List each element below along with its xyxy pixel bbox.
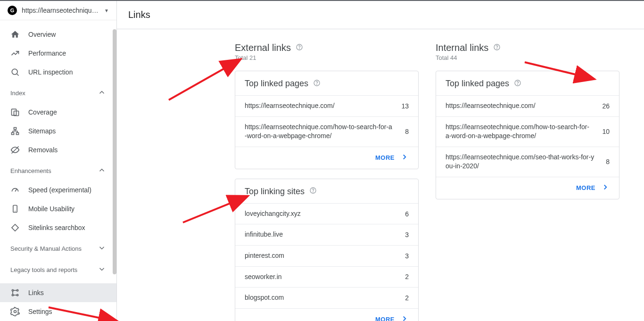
scrollbar-thumb[interactable] — [113, 29, 116, 274]
svg-point-29 — [313, 192, 314, 192]
sidebar-item-label: Settings — [28, 308, 52, 315]
chevron-right-icon — [400, 314, 409, 321]
sidebar-item-label: URL inspection — [28, 68, 73, 76]
section-label: Legacy tools and reports — [10, 266, 77, 273]
url-cell: https://learnseotechnique.com/how-to-sea… — [446, 123, 591, 141]
count-cell: 8 — [606, 158, 610, 165]
main-area: Links External links Total 21 Top linked… — [117, 1, 644, 321]
gear-icon — [10, 307, 20, 316]
sidebar-item-label: Mobile Usability — [28, 205, 74, 213]
sidebar-item-coverage[interactable]: Coverage — [0, 103, 116, 122]
count-cell: 6 — [405, 210, 409, 218]
svg-point-16 — [12, 289, 13, 291]
table-row[interactable]: https://learnseotechnique.com/ 26 — [436, 95, 619, 116]
sidebar-item-performance[interactable]: Performance — [0, 44, 116, 63]
table-row[interactable]: blogspot.com 2 — [235, 287, 418, 308]
svg-rect-5 — [12, 132, 14, 134]
coverage-icon — [10, 107, 20, 117]
sidebar-item-mobile[interactable]: Mobile Usability — [0, 199, 116, 218]
trend-icon — [10, 49, 20, 58]
svg-rect-4 — [14, 128, 17, 130]
table-row[interactable]: pinterest.com 3 — [235, 245, 418, 266]
internal-links-title: Internal links — [436, 42, 488, 53]
count-cell: 2 — [405, 273, 409, 280]
sidebar-item-settings[interactable]: Settings — [0, 302, 116, 321]
sidebar-item-sitemaps[interactable]: Sitemaps — [0, 122, 116, 140]
table-row[interactable]: https://learnseotechnique.com/seo-that-w… — [436, 147, 619, 177]
table-row[interactable]: https://learnseotechnique.com/ 13 — [235, 95, 418, 116]
site-cell: seoworker.in — [245, 272, 394, 282]
sidebar-item-label: Coverage — [28, 108, 57, 116]
links-icon — [10, 288, 20, 297]
sidebar-item-speed[interactable]: Speed (experimental) — [0, 181, 116, 199]
svg-point-31 — [497, 49, 497, 49]
table-row[interactable]: https://learnseotechnique.com/how-to-sea… — [235, 116, 418, 147]
eye-off-icon — [10, 145, 20, 155]
card-title: Top linked pages — [446, 79, 509, 89]
chevron-right-icon — [400, 153, 409, 163]
sidebar-item-url-inspection[interactable]: URL inspection — [0, 63, 116, 82]
site-cell: blogspot.com — [245, 293, 394, 303]
internal-total: Total 44 — [436, 54, 619, 61]
chevron-up-icon — [98, 88, 106, 98]
sidebar-section-enhancements[interactable]: Enhancements — [0, 159, 116, 181]
table-row[interactable]: https://learnseotechnique.com/how-to-sea… — [436, 116, 619, 147]
more-label: MORE — [375, 154, 395, 161]
url-cell: https://learnseotechnique.com/seo-that-w… — [446, 153, 594, 171]
help-icon[interactable] — [514, 79, 521, 89]
caret-down-icon: ▼ — [104, 8, 109, 13]
svg-point-27 — [317, 84, 317, 85]
help-icon[interactable] — [313, 79, 321, 89]
external-top-pages-card: Top linked pages https://learnseotechniq… — [235, 71, 419, 169]
url-cell: https://learnseotechnique.com/ — [446, 101, 591, 111]
svg-line-35 — [169, 60, 239, 100]
svg-point-33 — [518, 84, 518, 85]
property-selector[interactable]: G https://learnseotechnique.co... ▼ — [0, 1, 116, 20]
card-title: Top linked pages — [245, 79, 308, 89]
section-label: Security & Manual Actions — [10, 245, 82, 252]
gauge-icon — [10, 185, 20, 195]
sidebar-item-overview[interactable]: Overview — [0, 25, 116, 44]
help-icon[interactable] — [296, 43, 303, 53]
more-label: MORE — [375, 316, 395, 321]
diamond-icon — [10, 223, 20, 232]
sidebar-item-removals[interactable]: Removals — [0, 140, 116, 159]
external-links-title: External links — [235, 42, 291, 53]
sidebar-item-label: Sitemaps — [28, 127, 56, 135]
sidebar-item-label: Speed (experimental) — [28, 186, 91, 194]
count-cell: 3 — [405, 231, 409, 239]
section-label: Enhancements — [10, 167, 51, 174]
help-icon[interactable] — [493, 43, 501, 53]
svg-point-17 — [17, 289, 18, 291]
count-cell: 10 — [602, 128, 610, 135]
site-cell: pinterest.com — [245, 251, 394, 261]
sidebar-item-links[interactable]: Links — [0, 283, 116, 302]
svg-point-0 — [12, 69, 17, 74]
sidebar-item-sitelinks[interactable]: Sitelinks searchbox — [0, 218, 116, 237]
more-button[interactable]: MORE — [436, 177, 619, 199]
svg-point-25 — [299, 49, 300, 49]
site-cell: infinitube.live — [245, 230, 394, 239]
sidebar-section-index[interactable]: Index — [0, 82, 116, 103]
more-button[interactable]: MORE — [235, 308, 418, 321]
table-row[interactable]: loveyichangcity.xyz 6 — [235, 203, 418, 224]
chevron-up-icon — [98, 166, 106, 176]
url-cell: https://learnseotechnique.com/how-to-sea… — [245, 123, 394, 141]
more-label: MORE — [576, 184, 595, 191]
sidebar-section-legacy[interactable]: Legacy tools and reports — [0, 258, 116, 280]
help-icon[interactable] — [309, 187, 317, 196]
svg-point-18 — [12, 294, 13, 296]
external-total: Total 21 — [235, 54, 419, 61]
svg-rect-15 — [12, 224, 18, 231]
table-row[interactable]: seoworker.in 2 — [235, 266, 418, 288]
table-row[interactable]: infinitube.live 3 — [235, 224, 418, 245]
more-button[interactable]: MORE — [235, 147, 418, 169]
sidebar: G https://learnseotechnique.co... ▼ Over… — [0, 1, 117, 321]
home-icon — [10, 30, 20, 39]
sidebar-section-security[interactable]: Security & Manual Actions — [0, 237, 116, 258]
property-url: https://learnseotechnique.co... — [22, 7, 100, 14]
svg-point-19 — [17, 294, 18, 296]
page-title: Links — [128, 9, 641, 20]
svg-point-23 — [14, 311, 17, 313]
external-top-sites-card: Top linking sites loveyichangcity.xyz 6 … — [235, 179, 419, 321]
